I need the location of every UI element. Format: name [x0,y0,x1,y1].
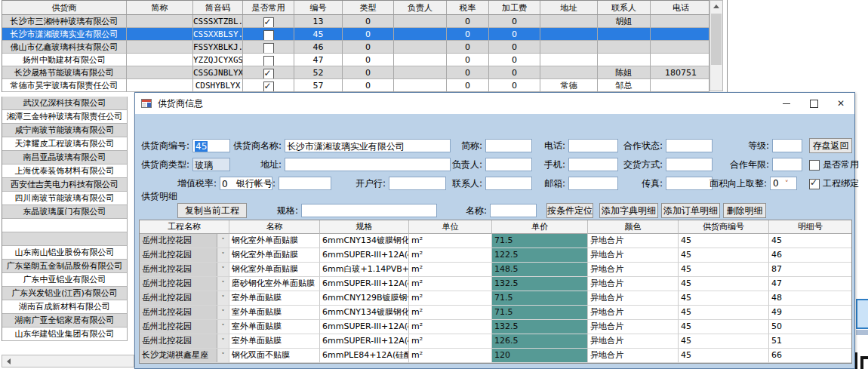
dialog-titlebar[interactable]: 供货商信息 ✕ [135,93,854,114]
manager-input[interactable] [485,158,532,171]
col-header-pycode[interactable]: 简音码 [193,1,243,15]
name-filter-input[interactable] [490,204,537,217]
supplier-type-input[interactable]: 玻璃 [192,158,230,171]
col-header-unit[interactable]: 单位 [409,220,492,234]
table-row[interactable]: 扬州中勤建材有限公司 YZZQJCYXGS 47 0 0 0 [2,54,710,66]
cell-price[interactable]: 132.5 [492,320,588,334]
coop-years-input[interactable] [772,158,802,171]
cell-price[interactable]: 132.5 [492,277,588,291]
col-header-color[interactable]: 颜色 [588,220,679,234]
table-row[interactable]: 长沙市潇湘玻璃实业有限公司 CSSXXBLSY.. 45 0 0 0 [2,28,710,41]
dropdown-icon[interactable]: ˅ [217,320,229,334]
table-row[interactable]: 佛山市亿鑫玻璃科技有限公司 FSSYXBLKJ.. 46 0 0 0 [2,41,710,54]
dropdown-icon[interactable]: ˅ [217,291,229,305]
table-row[interactable]: 常德市昊宇玻璃有限责任公司 CDSHYBLYX 57 0 0 0 常德 邹总 [2,79,710,92]
list-item[interactable]: 广东兴发铝业(江西)有限公司 [2,287,128,300]
cell-price[interactable]: 122.5 [492,248,588,263]
list-item[interactable] [2,219,128,232]
list-item[interactable] [2,232,128,246]
list-item[interactable]: 上海优泰装饰材料有限公司 [2,165,128,178]
table-vertical-scrollbar[interactable] [709,0,723,91]
col-header-fee[interactable]: 加工费 [489,1,540,15]
project-combo[interactable]: 岳州北控花园 [140,306,217,319]
email-input[interactable] [568,177,618,190]
col-header-project[interactable]: 工程名称 [140,220,229,234]
coop-status-input[interactable] [666,139,713,152]
dropdown-icon[interactable]: ˅ [217,334,229,348]
list-item[interactable]: 咸宁南玻节能玻璃有限公司 [2,124,128,137]
mobile-input[interactable] [568,158,618,171]
project-combo[interactable]: 岳州北控花园 [140,320,217,334]
cell-price[interactable]: 71.5 [492,234,588,248]
list-item[interactable]: 湖南百成新材料有限公司 [2,300,128,314]
list-item[interactable]: 东晶玻璃厦门有限公司 [2,205,128,219]
add-order-detail-button[interactable]: 添加订单明细 [661,203,720,218]
supplier-name-input[interactable]: 长沙市潇湘玻璃实业有限公司 [285,139,451,152]
add-dict-detail-button[interactable]: 添加字典明细 [599,203,658,218]
list-item[interactable]: 山东华建铝业集团有限公司 [2,327,128,341]
project-combo[interactable]: 岳州北控花园 [140,248,217,262]
col-header-detail-no[interactable]: 明细号 [769,220,851,234]
common-checkbox[interactable] [263,30,274,41]
col-header-price[interactable]: 单价 [492,220,588,234]
delivery-input[interactable] [666,158,713,171]
dropdown-icon[interactable]: ˅ [217,263,229,276]
detail-row[interactable]: 岳州北控花园 ˅ 磨砂钢化室外单面贴膜 6mmSUPER-III+12A(硅..… [140,277,851,291]
col-header-common[interactable]: 是否常用 [243,1,294,15]
common-checkbox[interactable] [263,56,274,66]
list-item[interactable]: 广东坚朗五金制品股份有限公司 [2,260,128,273]
cell-price[interactable]: 126.5 [492,334,588,349]
col-header-tax[interactable]: 税率 [447,1,489,15]
scroll-left-icon[interactable] [4,356,15,366]
common-checkbox[interactable] [263,17,274,28]
project-combo[interactable]: 岳州北控花园 [140,234,217,248]
project-combo[interactable]: 长沙龙湖祺鑫星座 [140,349,217,362]
detail-row[interactable]: 岳州北控花园 ˅ 室外单面贴膜 6mmSUPER-III+12A(硅... m²… [140,334,851,349]
table-row[interactable]: 长沙晟格节能玻璃有限公司 CSSGJNBLYXGS 52 0 0 0 陈姐 18… [2,66,710,79]
project-combo[interactable]: 岳州北控花园 [140,277,217,291]
scrollbar-thumb[interactable] [711,14,722,65]
contact-input[interactable] [485,177,532,190]
common-checkbox[interactable] [263,43,274,54]
area-round-select[interactable]: 0 ˅ [770,177,797,190]
dropdown-icon[interactable]: ˅ [217,277,229,291]
cell-price[interactable]: 71.5 [492,306,588,320]
col-header-name[interactable]: 名称 [229,220,320,234]
list-item[interactable]: 山东南山铝业股份有限公司 [2,246,128,260]
abbr-input[interactable] [485,139,532,152]
maximize-button[interactable] [800,93,827,114]
col-header-spec[interactable]: 规格 [320,220,409,234]
list-item[interactable]: 南昌亚晶玻璃有限公司 [2,151,128,165]
phone-input[interactable] [568,139,618,152]
project-bind-checkbox[interactable] [809,179,820,189]
detail-row[interactable]: 岳州北控花园 ˅ 钢化室外单面贴膜 6mmCNY134镀膜钢化 m² 71.5 … [140,234,851,248]
locate-by-condition-button[interactable]: 按条件定位 [546,203,593,218]
save-button[interactable]: 存盘返回 [809,138,852,153]
common-checkbox[interactable] [263,69,274,79]
bank-input[interactable] [389,177,446,190]
list-item[interactable]: 天津耀皮工程玻璃有限公司 [2,137,128,151]
col-header-contact[interactable]: 联系人 [598,1,651,15]
spec-filter-input[interactable] [301,204,437,217]
table-row[interactable]: 长沙市三湘特种玻璃有限公司 CSSSXTZBL.. 13 0 0 0 胡姐 [2,15,710,28]
col-header-type[interactable]: 类型 [343,1,394,15]
col-header-phone[interactable]: 电话 [651,1,709,15]
col-header-no[interactable]: 编号 [294,1,343,15]
supplier-no-input[interactable]: 45 [192,139,230,152]
list-item[interactable]: 湘潭三金特种玻璃有限责任公司 [2,110,128,124]
project-combo[interactable]: 岳州北控花园 [140,334,217,348]
table-horizontal-scrollbar[interactable] [2,355,134,367]
close-button[interactable]: ✕ [827,93,854,114]
col-header-supplier-no[interactable]: 供货商编号 [679,220,769,234]
cell-price[interactable]: 71.5 [492,291,588,306]
col-header-supplier[interactable]: 供货商 [2,1,127,15]
address-input[interactable] [285,158,451,171]
common-checkbox[interactable] [263,81,274,92]
grade-input[interactable] [772,139,802,152]
dropdown-icon[interactable]: ˅ [217,349,229,362]
dropdown-icon[interactable]: ˅ [217,248,229,262]
delete-detail-button[interactable]: 删除明细 [723,203,766,218]
detail-row[interactable]: 岳州北控花园 ˅ 室外单面贴膜 6mmCNY134镀膜钢化 m² 71.5 异地… [140,306,851,320]
col-header-abbr[interactable]: 简称 [127,1,193,15]
list-item[interactable]: 湖南广亚全铝家居有限公司 [2,314,128,327]
